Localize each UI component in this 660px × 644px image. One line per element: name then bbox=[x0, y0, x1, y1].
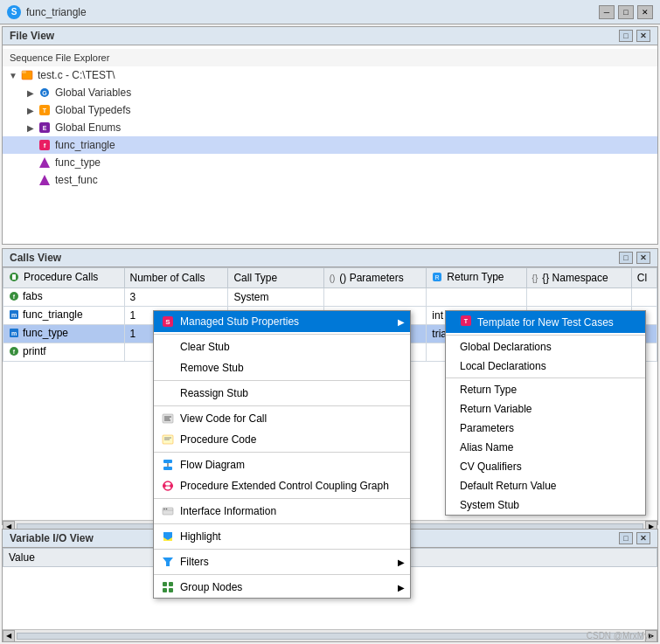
submenu-item-return-type[interactable]: Return Type bbox=[446, 380, 645, 399]
menu-sep-3 bbox=[154, 405, 410, 406]
tree-root-item[interactable]: ▼ test.c - C:\TEST\ bbox=[3, 66, 657, 84]
submenu-item-template[interactable]: T Template for New Test Cases bbox=[446, 311, 645, 333]
reassign-stub-icon bbox=[161, 386, 175, 400]
view-code-icon bbox=[161, 412, 175, 426]
tree-item-global-enums[interactable]: ▶ E Global Enums bbox=[3, 119, 657, 136]
group-nodes-icon bbox=[161, 580, 175, 594]
calls-view-close-button[interactable]: ✕ bbox=[636, 252, 650, 264]
svg-rect-49 bbox=[163, 588, 167, 592]
file-view-controls: □ ✕ bbox=[619, 30, 650, 42]
svg-rect-33 bbox=[163, 460, 172, 463]
cell-namespace bbox=[526, 288, 631, 307]
menu-item-group-nodes[interactable]: Group Nodes ▶ bbox=[154, 577, 410, 598]
svg-marker-11 bbox=[39, 175, 50, 185]
col-procedure-calls[interactable]: Procedure Calls bbox=[3, 268, 125, 288]
col-call-type[interactable]: Call Type bbox=[228, 268, 323, 288]
svg-marker-46 bbox=[163, 557, 173, 566]
menu-item-proc-ext-graph[interactable]: Procedure Extended Control Coupling Grap… bbox=[154, 475, 410, 496]
file-view-content: Sequence File Explorer ▼ test.c - C:\TES… bbox=[3, 45, 657, 239]
table-row[interactable]: f fabs 3 System bbox=[3, 288, 657, 307]
submenu-sep-1 bbox=[446, 335, 645, 336]
tree-gv-arrow: ▶ bbox=[24, 88, 38, 98]
tree-item-func-triangle[interactable]: ▶ f func_triangle bbox=[3, 136, 657, 154]
menu-item-clear-stub[interactable]: Clear Stub bbox=[154, 336, 410, 357]
menu-item-reassign-stub[interactable]: Reassign Stub bbox=[154, 383, 410, 404]
cell-returntype bbox=[427, 288, 526, 307]
title-text: func_triangle bbox=[26, 6, 87, 18]
col-cl[interactable]: Cl bbox=[631, 268, 657, 288]
var-io-close-button[interactable]: ✕ bbox=[636, 532, 650, 544]
app-icon: S bbox=[7, 5, 21, 19]
menu-label-clear-stub: Clear Stub bbox=[180, 341, 230, 353]
remove-stub-icon bbox=[161, 361, 175, 375]
close-button[interactable]: ✕ bbox=[637, 5, 653, 19]
submenu-sep-2 bbox=[446, 377, 645, 378]
menu-item-view-code[interactable]: View Code for Call bbox=[154, 408, 410, 429]
menu-item-highlight[interactable]: Highlight bbox=[154, 526, 410, 547]
menu-item-filters[interactable]: Filters ▶ bbox=[154, 551, 410, 572]
menu-sep-5 bbox=[154, 498, 410, 499]
menu-item-interface-info[interactable]: Interface Information bbox=[154, 501, 410, 522]
submenu-item-cv-quals[interactable]: CV Qualifiers bbox=[446, 457, 645, 476]
tree-item-test-func[interactable]: ▶ test_func bbox=[3, 171, 657, 189]
tree-ge-arrow: ▶ bbox=[24, 123, 38, 133]
menu-sep-6 bbox=[154, 523, 410, 524]
file-view-close-button[interactable]: ✕ bbox=[636, 30, 650, 42]
menu-label-group-nodes: Group Nodes bbox=[180, 581, 242, 593]
template-icon: T bbox=[460, 315, 472, 329]
var-io-h-scrollbar[interactable]: ◀ ▶ bbox=[3, 629, 657, 641]
var-scroll-left-btn[interactable]: ◀ bbox=[3, 630, 15, 642]
col-return-type[interactable]: R Return Type bbox=[427, 268, 526, 288]
group-nodes-submenu-arrow: ▶ bbox=[398, 583, 405, 592]
menu-item-proc-code[interactable]: Procedure Code bbox=[154, 429, 410, 450]
submenu: T Template for New Test Cases Global Dec… bbox=[445, 310, 646, 516]
submenu-item-return-var[interactable]: Return Variable bbox=[446, 399, 645, 419]
submenu-item-global-decl[interactable]: Global Declarations bbox=[446, 337, 645, 357]
submenu-item-local-decl[interactable]: Local Declarations bbox=[446, 357, 645, 376]
submenu-item-default-return[interactable]: Default Return Value bbox=[446, 476, 645, 495]
menu-label-proc-ext-graph: Procedure Extended Control Coupling Grap… bbox=[180, 480, 389, 492]
submenu-item-alias-name[interactable]: Alias Name bbox=[446, 438, 645, 457]
managed-stub-icon: S bbox=[161, 315, 175, 329]
watermark: CSDN @MrxMyx bbox=[587, 631, 653, 641]
tree-item-global-vars[interactable]: ▶ G Global Variables bbox=[3, 84, 657, 101]
submenu-item-parameters[interactable]: Parameters bbox=[446, 419, 645, 438]
filters-submenu-arrow: ▶ bbox=[398, 557, 405, 567]
restore-button[interactable]: □ bbox=[618, 5, 634, 19]
tree-tf-label: test_func bbox=[55, 174, 98, 186]
flow-diagram-icon bbox=[161, 458, 175, 472]
svg-rect-50 bbox=[169, 588, 173, 592]
col-parameters[interactable]: () () Parameters bbox=[323, 268, 427, 288]
menu-label-remove-stub: Remove Stub bbox=[180, 362, 244, 374]
submenu-item-system-stub[interactable]: System Stub bbox=[446, 495, 645, 515]
var-io-pin-button[interactable]: □ bbox=[619, 532, 633, 544]
file-view-header: File View □ ✕ bbox=[3, 27, 657, 45]
tree-gv-label: Global Variables bbox=[55, 87, 131, 99]
minimize-button[interactable]: ─ bbox=[599, 5, 615, 19]
menu-label-interface-info: Interface Information bbox=[180, 505, 276, 517]
file-view-title: File View bbox=[10, 30, 54, 42]
tree-tf-icon bbox=[38, 173, 52, 187]
calls-view-title: Calls View bbox=[10, 252, 61, 264]
col-number-of-calls[interactable]: Number of Calls bbox=[124, 268, 228, 288]
menu-item-managed-stub-props[interactable]: S Managed Stub Properties ▶ bbox=[154, 311, 410, 332]
svg-point-38 bbox=[170, 484, 173, 488]
tree-ft-label: func_triangle bbox=[55, 139, 115, 151]
col-namespace[interactable]: {} {} Namespace bbox=[526, 268, 631, 288]
svg-text:f: f bbox=[44, 142, 46, 149]
calls-view-pin-button[interactable]: □ bbox=[619, 252, 633, 264]
svg-rect-1 bbox=[22, 71, 26, 73]
tree-item-global-typedefs[interactable]: ▶ T Global Typedefs bbox=[3, 101, 657, 119]
title-bar: S func_triangle ─ □ ✕ bbox=[0, 0, 660, 24]
tree-ge-icon: E bbox=[38, 121, 52, 135]
menu-item-flow-diagram[interactable]: Flow Diagram bbox=[154, 454, 410, 475]
submenu-label-template: Template for New Test Cases bbox=[477, 316, 614, 329]
menu-label-proc-code: Procedure Code bbox=[180, 433, 256, 446]
file-view-pin-button[interactable]: □ bbox=[619, 30, 633, 42]
menu-item-remove-stub[interactable]: Remove Stub bbox=[154, 357, 410, 378]
tree-ftype-label: func_type bbox=[55, 156, 101, 169]
menu-sep-1 bbox=[154, 334, 410, 335]
interface-info-icon bbox=[161, 504, 175, 518]
menu-sep-7 bbox=[154, 549, 410, 550]
tree-item-func-type[interactable]: ▶ func_type bbox=[3, 154, 657, 171]
